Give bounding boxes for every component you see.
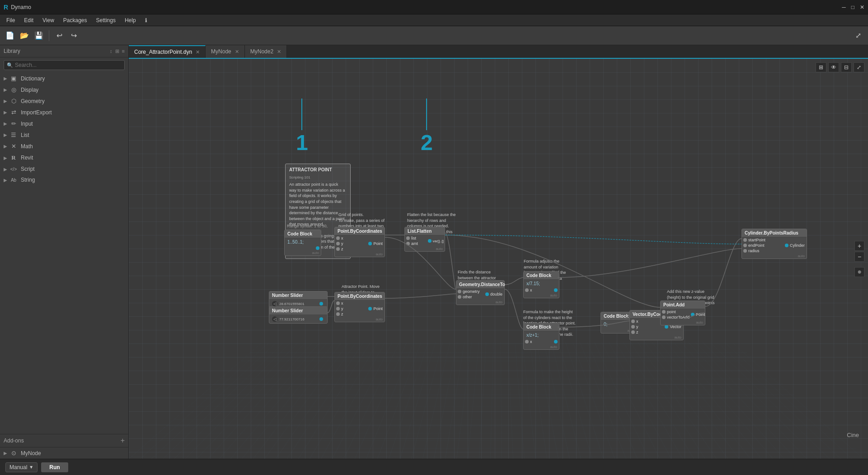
node-number-slider-2[interactable]: Number Slider ◁ 77.9211700716 [269,306,328,324]
input-port-other [458,295,461,299]
node-code-block-2[interactable]: Code Block x/7.15; x auto [523,271,559,298]
menu-help[interactable]: Help [120,16,141,24]
zoom-fit-btn[interactable]: ⊕ [854,267,864,277]
output-port [316,246,319,250]
tab-close-icon[interactable]: ✕ [235,49,239,55]
input-port-y [336,307,340,310]
mynode-label: MyNode [21,450,41,456]
run-button[interactable]: Run [41,462,68,472]
search-box[interactable]: 🔍 [4,60,125,70]
tab-close-icon[interactable]: ✕ [196,49,200,55]
menu-edit[interactable]: Edit [19,16,38,24]
node-header: Cylinder.ByPointsRadius [742,229,807,237]
node-footer: auto [335,252,385,257]
output-port-point [368,242,372,245]
sidebar-item-list[interactable]: ▶ ☰ List [0,129,128,141]
more-icon[interactable]: ≡ [122,48,125,54]
input-port-z [336,247,340,251]
node-point-by-coords-1[interactable]: Point.ByCoordinates x y z Point auto [334,227,385,257]
node-ports: startPoint endPoint radius Cylinder [742,237,807,254]
chevron-down-icon: ▼ [29,465,33,470]
arrow-icon: ▶ [4,144,7,149]
output-port-vector [665,325,668,329]
tab-mynode2[interactable]: MyNode2 ✕ [245,45,287,58]
sort-icon[interactable]: ↕ [110,48,113,54]
node-cylinder-by-points-radius[interactable]: Cylinder.ByPointsRadius startPoint endPo… [741,229,807,259]
math-label: Math [21,143,33,150]
sidebar-item-revit[interactable]: ▶ R Revit [0,152,128,164]
new-button[interactable]: 📄 [4,29,16,42]
sidebar-item-geometry[interactable]: ▶ ⬡ Geometry [0,95,128,107]
tab-mynode[interactable]: MyNode ✕ [206,45,245,58]
add-addon-button[interactable]: + [121,437,125,445]
tab-close-icon[interactable]: ✕ [277,49,281,55]
node-footer: auto [335,317,385,322]
expand-button[interactable]: ⤢ [852,29,864,42]
layout-icon[interactable]: ⊞ [115,48,119,54]
output-port-pt [691,313,694,316]
node-code-block-1[interactable]: Code Block 1..50..1; auto [284,230,321,256]
main-layout: Library ↕ ⊞ ≡ 🔍 ▶ ▣ Dictionary ▶ ◎ Displ… [0,45,868,459]
input-port-start [743,238,747,242]
zoom-in-btn[interactable]: + [854,241,864,251]
sidebar-item-display[interactable]: ▶ ◎ Display [0,84,128,95]
node-header: Code Block [524,272,559,280]
node-point-by-coords-2[interactable]: Point.ByCoordinates x y z Point auto [334,292,385,322]
canvas-layout-btn[interactable]: ⊟ [841,62,852,72]
sidebar-item-math[interactable]: ▶ ✕ Math [0,141,128,152]
run-mode-select[interactable]: Manual ▼ [5,462,38,472]
node-geometry-distance-to[interactable]: Geometry.DistanceTo geometry other doubl… [456,280,505,305]
undo-button[interactable]: ↩ [53,29,66,42]
node-row: x [524,287,559,293]
run-mode-label: Manual [9,464,27,470]
sidebar-item-mynode[interactable]: ▶ ⊙ MyNode [0,447,128,459]
tab-label: MyNode2 [250,48,273,55]
canvas-view-btn-2[interactable]: 👁 [828,62,839,72]
sidebar-item-importexport[interactable]: ▶ ⇄ ImportExport [0,107,128,118]
zoom-out-btn[interactable]: − [854,252,864,262]
canvas[interactable]: ⊞ 👁 ⊟ ⤢ + − ⊕ 1 2 [129,59,868,459]
math-icon: ✕ [10,143,17,150]
input-port-y [631,325,635,329]
menu-view[interactable]: View [38,16,59,24]
addons-label: Add-ons [4,437,24,444]
canvas-top-right-toolbar: ⊞ 👁 ⊟ ⤢ [816,62,864,72]
node-footer: auto [661,320,705,325]
arrow-icon: ▶ [4,121,7,126]
canvas-expand-btn[interactable]: ⤢ [854,62,864,72]
display-icon: ◎ [10,86,17,93]
dictionary-icon: ▣ [10,75,17,82]
node-code-block-4[interactable]: Code Block x/z+1; x auto [523,323,559,350]
arrow-icon: ▶ [4,451,7,456]
canvas-view-btn-1[interactable]: ⊞ [816,62,826,72]
menu-settings[interactable]: Settings [92,16,120,24]
open-button[interactable]: 📂 [18,29,31,42]
sidebar-item-string[interactable]: ▶ Ab String [0,174,128,185]
save-button[interactable]: 💾 [33,29,45,42]
close-btn[interactable]: ✕ [860,4,864,10]
node-ports: x y z Point [335,235,385,252]
mynode-icon: ⊙ [10,450,17,456]
input-port-geo [458,290,461,293]
output-port [554,288,558,292]
menu-file[interactable]: File [2,16,19,24]
node-point-add[interactable]: Point.Add point vectorToAdd Point auto [660,301,705,325]
menu-packages[interactable]: Packages [59,16,92,24]
node-list-flatten[interactable]: List.Flatten list amt var[]..[] auto [404,227,445,252]
tab-core-attractor[interactable]: Core_AttractorPoint.dyn ✕ [129,45,206,58]
sidebar-item-input[interactable]: ▶ ✏ Input [0,118,128,129]
node-footer: auto [285,250,321,255]
toolbar: 📄 📂 💾 ↩ ↪ ⤢ [0,26,868,45]
node-header: Point.ByCoordinates [335,227,385,235]
redo-button[interactable]: ↪ [67,29,80,42]
search-input[interactable] [15,62,122,68]
status-bar: Manual ▼ Run [0,459,868,475]
sidebar-item-script[interactable]: ▶ </> Script [0,164,128,174]
input-port-vec [662,315,666,319]
display-label: Display [21,87,38,93]
menu-info[interactable]: ℹ [141,16,152,24]
maximize-btn[interactable]: □ [851,4,854,10]
sidebar-item-dictionary[interactable]: ▶ ▣ Dictionary [0,73,128,84]
minimize-btn[interactable]: ─ [842,4,846,10]
node-number-slider-1[interactable]: Number Slider ◁ 28.6701555801 [269,291,328,308]
